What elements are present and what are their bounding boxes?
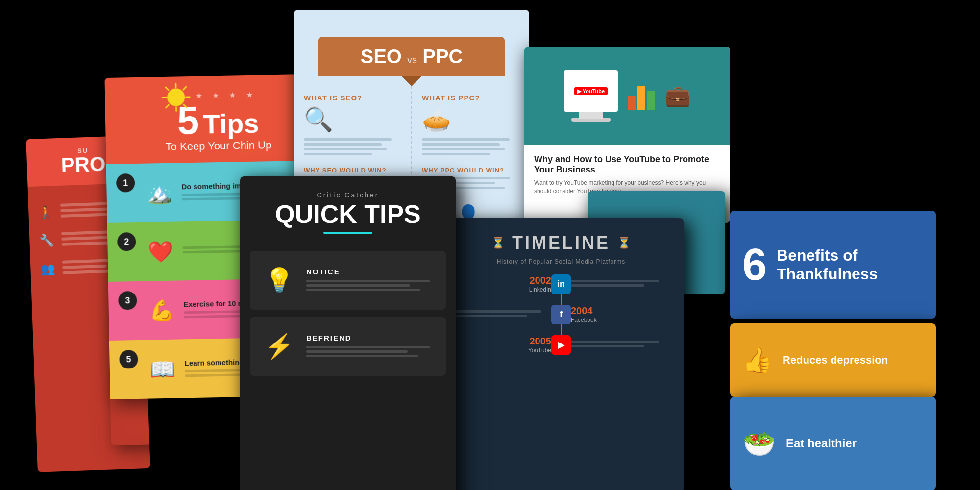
food-icon: 🥗 bbox=[742, 428, 776, 460]
timeline-row-youtube: 2005 YouTube ▶ bbox=[453, 336, 669, 354]
youtube-year: 2005 bbox=[453, 336, 551, 347]
book-icon: 📖 bbox=[145, 351, 180, 386]
eat-text: Eat healthier bbox=[786, 437, 857, 450]
why-seo-win: WHY SEO WOULD WIN? bbox=[304, 167, 401, 174]
linkedin-name: LinkedIn bbox=[453, 286, 551, 293]
timeline-row-facebook: f 2004 Facebook bbox=[453, 305, 669, 323]
group-icon: 👥 bbox=[38, 259, 58, 279]
what-is-seo: WHAT IS SEO? bbox=[304, 94, 401, 102]
bar-chart bbox=[628, 81, 655, 110]
linkedin-lines bbox=[561, 280, 669, 289]
tip-num-1: 1 bbox=[116, 173, 135, 193]
tools-icon: 🔧 bbox=[37, 230, 57, 250]
timeline-subtitle: History of Popular Social Media Platform… bbox=[439, 258, 684, 265]
quick-tips-card: Critic Catcher QUICK TIPS 💡 NOTICE ⚡ BEF… bbox=[240, 176, 456, 490]
facebook-year: 2004 bbox=[571, 305, 669, 317]
timeline-card: ⏳ TIMELINE ⏳ History of Popular Social M… bbox=[439, 218, 684, 490]
yt-header: ▶ YouTube 💼 bbox=[524, 47, 730, 145]
muscle-icon: 💪 bbox=[144, 293, 179, 328]
seo-banner: SEO vs PPC bbox=[318, 37, 505, 76]
timeline-header: ⏳ TIMELINE ⏳ bbox=[439, 218, 684, 258]
benefits-thankfulness-card: 6 Benefits of Thankfulness bbox=[730, 211, 936, 318]
svg-line-5 bbox=[166, 87, 169, 90]
linkedin-date-left: 2002 LinkedIn bbox=[453, 275, 561, 293]
seo-header-area: SEO vs PPC bbox=[294, 10, 529, 76]
quick-item-notice: 💡 NOTICE bbox=[250, 251, 446, 310]
quick-underline bbox=[323, 232, 372, 234]
quick-header: Critic Catcher QUICK TIPS bbox=[240, 176, 456, 251]
lightning-icon: ⚡ bbox=[260, 327, 299, 366]
mountain-icon: 🏔️ bbox=[142, 175, 177, 210]
notice-title: NOTICE bbox=[306, 268, 436, 276]
befriend-content: BEFRIEND bbox=[306, 334, 436, 359]
benefits-text: Benefits of Thankfulness bbox=[777, 246, 924, 284]
youtube-lines bbox=[561, 341, 669, 349]
tips-stars: ★ ★ ★ ★ ★ bbox=[115, 89, 320, 101]
what-is-ppc: WHAT IS PPC? bbox=[422, 94, 519, 102]
thumbsup-icon: 👍 bbox=[742, 346, 773, 374]
svg-line-8 bbox=[166, 105, 169, 108]
timeline-title: TIMELINE bbox=[512, 233, 610, 253]
quick-item-befriend: ⚡ BEFRIEND bbox=[250, 317, 446, 376]
heart-icon: ❤️ bbox=[143, 234, 178, 269]
svg-line-6 bbox=[183, 104, 186, 107]
facebook-date-right: 2004 Facebook bbox=[561, 305, 669, 323]
reduces-text: Reduces depression bbox=[783, 354, 888, 367]
tips-word: Tips bbox=[203, 107, 259, 140]
why-ppc-win: WHY PPC WOULD WIN? bbox=[422, 167, 519, 174]
linkedin-logo: in bbox=[551, 274, 571, 294]
svg-point-0 bbox=[167, 88, 185, 106]
hourglass-right-icon: ⏳ bbox=[617, 237, 631, 249]
timeline-entries: 2002 LinkedIn in f 2004 Fa bbox=[439, 275, 684, 354]
tip-num-2: 2 bbox=[117, 232, 136, 251]
youtube-date-left: 2005 YouTube bbox=[453, 336, 561, 354]
pie-icon: 🥧 bbox=[422, 106, 519, 133]
sun-icon bbox=[161, 82, 191, 112]
lightbulb-icon: 💡 bbox=[260, 261, 299, 300]
eat-healthier-card: 🥗 Eat healthier bbox=[730, 397, 936, 490]
walk-icon: 🚶 bbox=[36, 202, 56, 222]
reduces-card: 👍 Reduces depression bbox=[730, 323, 936, 397]
hourglass-left-icon: ⏳ bbox=[491, 237, 505, 249]
yt-monitor: ▶ YouTube bbox=[564, 70, 618, 122]
notice-content: NOTICE bbox=[306, 268, 436, 293]
youtube-tl-name: YouTube bbox=[453, 347, 551, 354]
yt-title: Why and How to Use YouTube to Promote Yo… bbox=[534, 154, 720, 175]
youtube-tl-logo: ▶ bbox=[551, 335, 571, 355]
magnify-icon: 🔍 bbox=[304, 106, 401, 133]
briefcase-icon: 💼 bbox=[665, 84, 690, 108]
svg-line-7 bbox=[183, 87, 186, 90]
quick-title: QUICK TIPS bbox=[255, 201, 441, 227]
tip-num-5: 5 bbox=[119, 350, 138, 369]
facebook-logo: f bbox=[551, 305, 571, 324]
benefits-number: 6 bbox=[742, 243, 767, 287]
banner-tail bbox=[402, 76, 421, 86]
tip-num-3: 3 bbox=[118, 291, 137, 310]
youtube-logo: ▶ YouTube bbox=[574, 87, 608, 95]
befriend-title: BEFRIEND bbox=[306, 334, 436, 342]
facebook-lines bbox=[453, 310, 561, 319]
facebook-name: Facebook bbox=[571, 317, 669, 323]
seo-title: SEO vs PPC bbox=[328, 46, 495, 68]
timeline-row-linkedin: 2002 LinkedIn in bbox=[453, 275, 669, 293]
linkedin-year: 2002 bbox=[453, 275, 551, 286]
quick-brand: Critic Catcher bbox=[255, 191, 441, 199]
